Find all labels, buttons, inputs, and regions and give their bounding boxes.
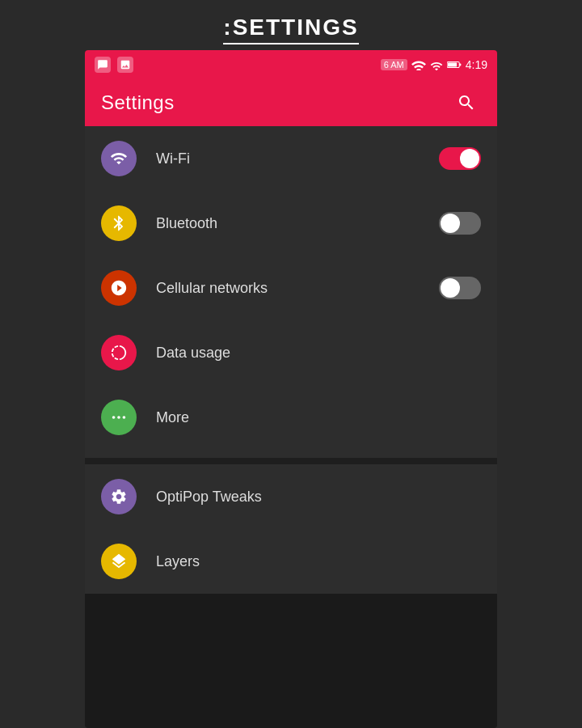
signal-status-icon [430,59,443,70]
clock: 4:19 [466,58,487,71]
svg-point-4 [117,416,120,419]
data-usage-item[interactable]: Data usage [85,320,497,385]
customization-section: OptiPop Tweaks Layers [85,464,497,594]
network-section: Wi-Fi Bluetooth [85,126,497,450]
app-bar: Settings [85,79,497,126]
optipop-label: OptiPop Tweaks [156,489,481,506]
wifi-icon [110,150,128,167]
bluetooth-icon [110,214,128,232]
svg-point-3 [112,416,116,419]
wifi-item[interactable]: Wi-Fi [85,126,497,191]
wifi-status-icon [411,59,426,70]
status-bar-left [95,57,133,73]
layers-icon-circle [101,544,137,579]
notification-icon-1 [95,57,111,73]
cellular-icon-circle [101,270,137,306]
notification-icon-2 [117,57,133,73]
svg-rect-1 [448,63,457,67]
status-bar-right: 6 AM 4:19 [381,58,487,71]
layers-label: Layers [156,553,481,570]
wifi-label: Wi-Fi [156,150,439,167]
layers-item[interactable]: Layers [85,529,497,594]
svg-rect-2 [459,64,461,66]
status-bar: 6 AM 4:19 [85,50,497,79]
bluetooth-label: Bluetooth [156,215,439,232]
wifi-icon-circle [101,141,137,176]
optipop-item[interactable]: OptiPop Tweaks [85,464,497,529]
svg-point-5 [123,416,126,419]
layers-icon [110,552,128,570]
cellular-toggle-knob [441,278,460,298]
more-label: More [156,409,481,426]
more-icon [110,408,128,426]
notification-badge: 6 AM [381,59,407,70]
bluetooth-toggle[interactable] [439,212,481,235]
page-title: :SETTINGS [0,0,582,50]
cellular-label: Cellular networks [156,280,439,297]
cellular-toggle[interactable] [439,277,481,299]
search-button[interactable] [452,88,481,117]
more-icon-circle [101,400,137,435]
optipop-icon-circle [101,479,137,514]
data-usage-icon-circle [101,335,137,370]
app-bar-title: Settings [101,91,175,114]
data-usage-label: Data usage [156,345,481,362]
search-icon [457,93,476,112]
battery-status-icon [447,59,462,70]
bluetooth-icon-circle [101,205,137,241]
bluetooth-item[interactable]: Bluetooth [85,191,497,256]
data-usage-icon [110,344,128,362]
phone-frame: 6 AM 4:19 Settings [85,50,497,728]
settings-content: Wi-Fi Bluetooth [85,126,497,594]
more-item[interactable]: More [85,385,497,450]
bluetooth-toggle-knob [441,214,460,233]
cellular-icon [110,279,128,297]
wifi-toggle-knob [460,149,479,168]
wifi-toggle[interactable] [439,147,481,170]
gear-icon [110,488,128,506]
section-divider [85,458,497,464]
cellular-item[interactable]: Cellular networks [85,256,497,320]
